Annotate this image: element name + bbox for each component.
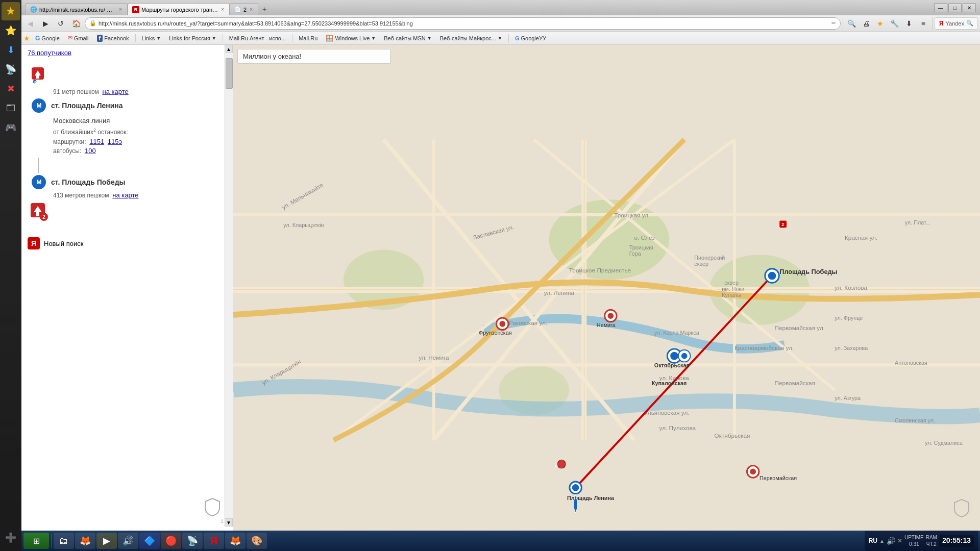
travelers-link[interactable]: 76 попутчиков xyxy=(28,49,71,57)
taskbar-start[interactable]: ⊞ xyxy=(23,533,49,549)
svg-text:Пионерский: Пионерский xyxy=(694,255,725,261)
taskbar-yandex[interactable]: Я xyxy=(204,533,224,549)
bus-100[interactable]: 100 xyxy=(85,147,96,155)
svg-text:Смоленская ул.: Смоленская ул. xyxy=(895,417,935,423)
svg-text:Октябрьская: Октябрьская xyxy=(715,432,750,439)
sidebar-download[interactable]: ⬇ xyxy=(2,41,20,59)
resize-handle[interactable]: ⠿ xyxy=(220,519,224,524)
yandex-search-box[interactable]: Я Yandex 🔍 xyxy=(935,17,978,30)
taskbar-app2[interactable]: 🔴 xyxy=(161,533,181,549)
taskbar-sound[interactable]: 🔊 xyxy=(118,533,138,549)
back-button[interactable]: ◀ xyxy=(23,17,37,30)
taskbar-app1[interactable]: 🔷 xyxy=(139,533,160,549)
search-button[interactable]: 🔍 xyxy=(845,17,859,30)
taskbar-sep-1 xyxy=(51,534,52,548)
route-115e[interactable]: 115э xyxy=(108,138,122,145)
bookmark-windows-live[interactable]: 🪟 Windows Live ▼ xyxy=(323,33,379,43)
tab-2-close[interactable]: × xyxy=(220,6,225,13)
more-button[interactable]: ≡ xyxy=(917,17,930,30)
tab-1[interactable]: 🌐 http://minsk.rusavtobus.ru/ — Яш... × xyxy=(26,3,128,15)
tab-1-close[interactable]: × xyxy=(118,6,123,13)
bookmark-google2[interactable]: G GoogleУУ xyxy=(512,33,549,43)
panel-header: 76 попутчиков xyxy=(21,45,224,61)
sidebar-logo[interactable]: ★ xyxy=(2,2,20,20)
microsoft-dropdown-icon: ▼ xyxy=(498,36,502,41)
clock-time: 20:55:13 xyxy=(942,536,971,546)
bookmark-links-russia[interactable]: Links for Россия ▼ xyxy=(166,33,219,43)
badge-2: 2 xyxy=(40,213,48,221)
maximize-button[interactable]: □ xyxy=(948,3,962,12)
facebook-icon: f xyxy=(97,35,103,42)
address-input[interactable] xyxy=(99,20,829,27)
msn-dropdown-icon: ▼ xyxy=(427,36,432,41)
tools-button[interactable]: 🔧 xyxy=(888,17,901,30)
minimize-button[interactable]: — xyxy=(934,3,947,12)
taskbar-firefox[interactable]: 🦊 xyxy=(75,533,95,549)
bookmark-links[interactable]: Links ▼ xyxy=(139,33,164,43)
tab-3[interactable]: 📄 2 × xyxy=(230,3,258,15)
sidebar-close[interactable]: ✖ xyxy=(2,80,20,98)
sidebar-star[interactable]: ⭐ xyxy=(2,21,20,40)
yandex-search-icon[interactable]: 🔍 xyxy=(966,20,973,27)
nearest-stops-label: от ближайших2 остановок: xyxy=(53,128,217,136)
svg-text:P: P xyxy=(555,464,557,468)
home-button[interactable]: 🏠 xyxy=(69,17,83,30)
tab-1-favicon: 🌐 xyxy=(30,6,37,13)
step-2-map-link[interactable]: на карте xyxy=(112,191,138,199)
download-nav-button[interactable]: ⬇ xyxy=(902,17,916,30)
reload-button[interactable]: ↺ xyxy=(54,17,67,30)
scroll-thumb[interactable] xyxy=(226,58,233,89)
scroll-down-button[interactable]: ▼ xyxy=(225,518,233,527)
svg-text:ул. Пулихова: ул. Пулихова xyxy=(659,424,696,431)
clock[interactable]: 20:55:13 xyxy=(939,535,974,547)
taskbar-paint[interactable]: 🎨 xyxy=(247,533,267,549)
nav-bar: ◀ ▶ ↺ 🏠 🔒 ✏ 🔍 🖨 ★ 🔧 ⬇ ≡ Я Yandex 🔍 xyxy=(21,15,980,32)
bookmark-msn[interactable]: Веб-сайты MSN ▼ xyxy=(381,33,434,43)
step-1-icon-col: М xyxy=(28,65,48,84)
step-2-walk: 413 метров пешком на карте xyxy=(53,191,217,199)
printer-button[interactable]: 🖨 xyxy=(860,17,873,30)
svg-text:Красная ул.: Красная ул. xyxy=(845,234,877,241)
bookmark-star-button[interactable]: ★ xyxy=(874,17,887,30)
browser-window: 🌐 http://minsk.rusavtobus.ru/ — Яш... × … xyxy=(21,0,980,551)
tray-vol-icon[interactable]: 🔊 xyxy=(887,537,895,545)
bookmark-gmail[interactable]: ✉ Gmail xyxy=(65,33,92,43)
new-search-button[interactable]: Я Новый поиск xyxy=(21,231,224,256)
left-panel: ▲ ▼ 76 попутчиков xyxy=(21,45,233,535)
taskbar-media[interactable]: ▶ xyxy=(96,533,117,549)
tab-3-close[interactable]: × xyxy=(249,6,254,13)
buses-label: автобусы: xyxy=(53,147,81,155)
bookmark-mailru-agent[interactable]: Mail.Ru Агент - испо... xyxy=(226,33,289,43)
forward-button[interactable]: ▶ xyxy=(39,17,52,30)
svg-text:2: 2 xyxy=(781,222,784,227)
taskbar-rss[interactable]: 📡 xyxy=(182,533,203,549)
step-1-distance: 91 метр пешком xyxy=(53,88,99,95)
bookmarks-star-icon: ★ xyxy=(23,34,30,42)
close-button[interactable]: ✕ xyxy=(963,3,976,12)
bookmark-mailru[interactable]: Mail.Ru xyxy=(296,33,321,43)
route-1151[interactable]: 1151 xyxy=(89,138,104,145)
svg-text:Раковская ул.: Раковская ул. xyxy=(509,319,547,326)
step-1-map-link[interactable]: на карте xyxy=(103,88,129,95)
tab-2[interactable]: R Маршруты городского трансп... × xyxy=(128,3,230,15)
step-1-walk: 91 метр пешком на карте xyxy=(53,88,217,95)
sidebar-rss[interactable]: 📡 xyxy=(2,60,20,79)
bookmark-facebook[interactable]: f Facebook xyxy=(94,33,132,43)
svg-text:сквер: сквер xyxy=(724,280,739,286)
svg-rect-8 xyxy=(36,212,39,216)
links-dropdown-icon: ▼ xyxy=(156,36,161,41)
svg-point-67 xyxy=(681,353,688,359)
tab-bar: 🌐 http://minsk.rusavtobus.ru/ — Яш... × … xyxy=(26,0,934,15)
address-go-icon[interactable]: ✏ xyxy=(831,20,836,27)
taskbar-browser2[interactable]: 🦊 xyxy=(225,533,246,549)
svg-text:ул. Фрунце: ул. Фрунце xyxy=(835,315,863,321)
bookmark-microsoft[interactable]: Веб-сайты Майкрос... ▼ xyxy=(437,33,505,43)
sidebar-window[interactable]: 🗔 xyxy=(2,99,20,117)
bookmark-google[interactable]: G Google xyxy=(32,33,63,43)
sidebar-add[interactable]: ➕ xyxy=(2,529,20,547)
svg-point-62 xyxy=(572,484,579,491)
taskbar-explorer[interactable]: 🗂 xyxy=(54,533,74,549)
sidebar-gamepad[interactable]: 🎮 xyxy=(2,118,20,137)
scroll-up-button[interactable]: ▲ xyxy=(225,45,233,53)
new-tab-button[interactable]: + xyxy=(258,3,271,15)
